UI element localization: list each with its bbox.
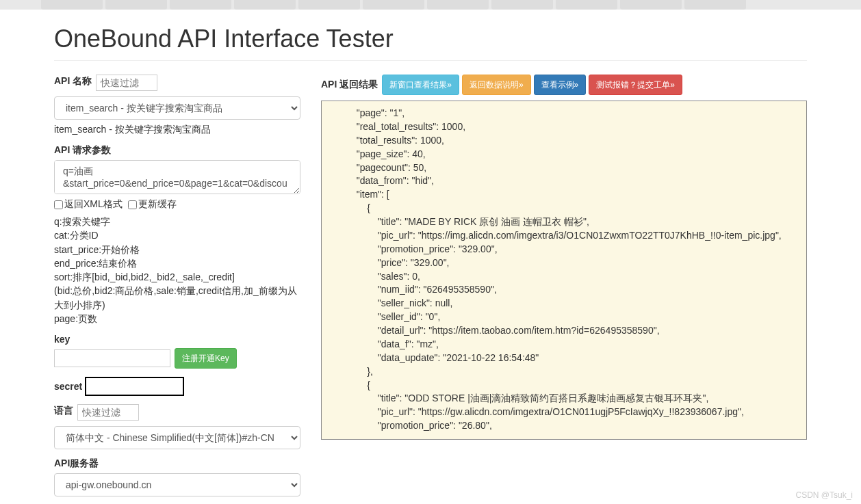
params-help-text: q:搜索关键字 cat:分类ID start_price:开始价格 end_pr… — [54, 215, 300, 326]
example-button[interactable]: 查看示例» — [534, 75, 587, 95]
api-name-select[interactable]: item_search - 按关键字搜索淘宝商品 — [54, 96, 300, 120]
lang-label: 语言 — [54, 405, 73, 417]
watermark: CSDN @Tsuk_i — [795, 490, 853, 500]
report-button[interactable]: 测试报错？提交工单» — [589, 75, 682, 95]
api-params-textarea[interactable] — [54, 160, 300, 194]
register-key-button[interactable]: 注册开通Key — [175, 348, 237, 369]
page-title: OneBound API Interface Tester — [54, 10, 807, 61]
lang-filter-input[interactable] — [77, 404, 139, 421]
key-input[interactable] — [54, 349, 170, 367]
top-nav-placeholder — [0, 0, 861, 10]
result-label: API 返回结果 — [321, 79, 378, 91]
api-name-filter-input[interactable] — [96, 75, 157, 91]
server-select[interactable]: api-gw.onebound.cn — [54, 473, 300, 496]
server-label: API服务器 — [54, 457, 99, 470]
left-panel: API 名称 item_search - 按关键字搜索淘宝商品 item_sea… — [54, 75, 300, 504]
cache-checkbox-label[interactable]: 更新缓存 — [128, 198, 177, 211]
secret-input[interactable] — [85, 377, 184, 396]
lang-select[interactable]: 简体中文 - Chinese Simplified(中文[简体])#zh-CN — [54, 426, 300, 449]
cache-checkbox[interactable] — [128, 200, 137, 209]
xml-checkbox-label[interactable]: 返回XML格式 — [54, 198, 123, 211]
api-name-description: item_search - 按关键字搜索淘宝商品 — [54, 124, 300, 136]
new-window-button[interactable]: 新窗口查看结果» — [382, 75, 459, 95]
data-desc-button[interactable]: 返回数据说明» — [462, 75, 531, 95]
right-panel: API 返回结果 新窗口查看结果» 返回数据说明» 查看示例» 测试报错？提交工… — [321, 75, 807, 504]
key-label: key — [54, 334, 70, 345]
api-name-label: API 名称 — [54, 75, 92, 88]
secret-label: secret — [54, 381, 82, 392]
cache-checkbox-text: 更新缓存 — [138, 198, 177, 211]
api-params-label: API 请求参数 — [54, 144, 111, 157]
xml-checkbox-text: 返回XML格式 — [64, 198, 123, 211]
xml-checkbox[interactable] — [54, 200, 63, 209]
result-output[interactable]: "page": "1", "real_total_results": 1000,… — [321, 101, 807, 440]
